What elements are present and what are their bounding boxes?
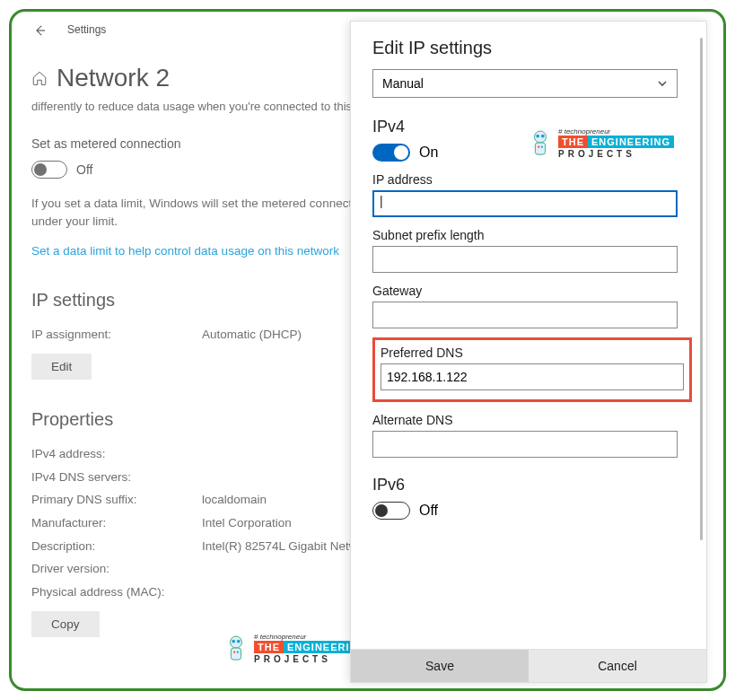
mode-select[interactable]: Manual <box>372 69 678 98</box>
scrollbar[interactable] <box>700 38 703 540</box>
home-icon <box>31 70 48 86</box>
svg-point-7 <box>536 134 539 137</box>
preferred-dns-label: Preferred DNS <box>381 346 684 360</box>
watermark-logo: # technopreneur THEENGINEERING PROJECTS <box>528 127 674 159</box>
back-arrow-icon[interactable] <box>31 22 48 39</box>
ip-address-label: IP address <box>372 172 685 187</box>
gateway-label: Gateway <box>372 284 685 298</box>
ip-assignment-key: IP assignment: <box>31 326 202 344</box>
robot-icon <box>223 634 249 664</box>
ipv6-toggle[interactable] <box>372 502 410 520</box>
svg-point-4 <box>233 651 235 652</box>
svg-point-0 <box>230 636 241 648</box>
alternate-dns-label: Alternate DNS <box>372 413 685 427</box>
preferred-dns-input[interactable] <box>381 363 684 390</box>
ipv6-off-label: Off <box>419 503 438 519</box>
page-title: Network 2 <box>57 60 170 97</box>
watermark-logo: # technopreneur THEENGINEERING PROJECTS <box>223 633 370 664</box>
svg-rect-9 <box>535 143 545 154</box>
svg-point-5 <box>237 651 239 652</box>
modal-title: Edit IP settings <box>372 38 685 58</box>
svg-point-1 <box>232 639 235 643</box>
copy-button[interactable]: Copy <box>31 611 100 637</box>
metered-toggle[interactable] <box>31 161 67 179</box>
svg-point-11 <box>541 145 543 147</box>
svg-rect-3 <box>231 648 241 660</box>
ipv6-heading: IPv6 <box>372 476 685 494</box>
svg-point-6 <box>534 131 546 143</box>
gateway-input[interactable] <box>372 302 678 328</box>
chevron-down-icon <box>657 78 668 89</box>
alternate-dns-input[interactable] <box>372 431 678 458</box>
ip-address-input[interactable] <box>372 190 678 217</box>
preferred-dns-highlight: Preferred DNS <box>372 337 692 402</box>
ipv4-on-label: On <box>419 144 438 161</box>
metered-value: Off <box>76 161 92 179</box>
ip-assignment-val: Automatic (DHCP) <box>202 326 302 344</box>
edit-ip-modal: Edit IP settings Manual IPv4 On # techno… <box>350 21 707 683</box>
ipv4-toggle[interactable] <box>372 144 410 162</box>
robot-icon <box>528 128 553 159</box>
subnet-label: Subnet prefix length <box>372 228 685 242</box>
subnet-input[interactable] <box>372 246 678 273</box>
svg-point-8 <box>541 134 545 137</box>
settings-label: Settings <box>67 22 106 38</box>
edit-button[interactable]: Edit <box>31 354 92 380</box>
save-button[interactable]: Save <box>351 650 529 682</box>
svg-point-2 <box>237 639 241 643</box>
svg-point-10 <box>538 145 539 147</box>
cancel-button[interactable]: Cancel <box>529 650 706 682</box>
